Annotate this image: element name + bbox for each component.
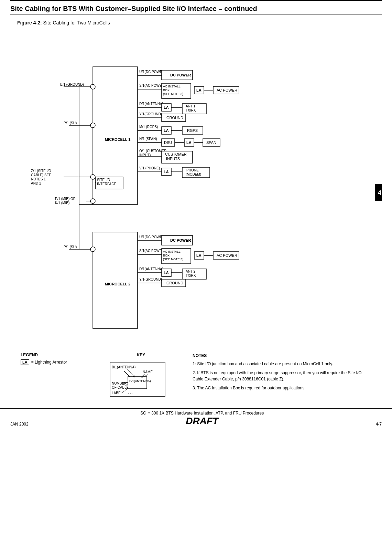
figure-caption: Figure 4-2: Site Cabling for Two MicroCe…	[17, 20, 382, 25]
d1-port-label-mc2: D/1(ANTENNA)	[139, 267, 163, 271]
la-box-mc2-ant: LA	[164, 271, 169, 275]
svg-text:B/1(ANTENNA): B/1(ANTENNA)	[129, 379, 151, 383]
key-diagram: B/1(ANTENNA) NAME NUMBER OF CABLES LABEL…	[103, 359, 172, 400]
la-legend-desc: = Lightning Arrestor	[31, 360, 67, 365]
p1-2-connector	[90, 247, 95, 252]
bottom-section: LEGEND LA = Lightning Arrestor KEY B/1(A…	[10, 353, 382, 401]
svg-text:(SEE NOTE 3): (SEE NOTE 3)	[163, 258, 183, 261]
e1-label: E/1 (MIB) OR	[55, 197, 76, 201]
legend-row: LA = Lightning Arrestor	[21, 359, 89, 365]
note1: 1: Site I/O junction box and associated …	[193, 361, 371, 367]
n1-port-label: N/1 (SPAN)	[139, 137, 157, 141]
notes-title: NOTES	[193, 353, 371, 359]
y1-port-label: Y/1(GROUND)	[139, 112, 162, 116]
svg-text:(MODEM): (MODEM)	[186, 172, 201, 176]
customer-inputs-box: CUSTOMER	[165, 152, 187, 156]
svg-text:INPUTS: INPUTS	[166, 157, 180, 161]
svg-text:CABLE) SEE: CABLE) SEE	[31, 173, 51, 177]
b1-label: B/1 (GROUND)	[60, 83, 84, 86]
page-footer: JAN 2002 SC™ 300 1X BTS Hardware Install…	[0, 408, 392, 428]
legend-title: LEGEND	[21, 353, 89, 357]
footer-page-num: 4-7	[376, 422, 382, 427]
svg-text:AND 2: AND 2	[31, 181, 41, 185]
dc-power-box-mc2: DC POWER	[170, 238, 191, 242]
la-box-mc2-ac: LA	[196, 253, 202, 258]
phone-modem-box: PHONE	[186, 168, 199, 172]
svg-text:(SEE NOTE 3): (SEE NOTE 3)	[163, 92, 183, 96]
ac-install-box-mc2: AC INSTALL	[163, 250, 181, 253]
span-box: SPAN	[206, 140, 216, 145]
title-suffix: – continued	[217, 5, 257, 12]
svg-rect-4	[93, 232, 138, 328]
ground-box-mc1: GROUND	[166, 116, 183, 120]
svg-text:K/1 (MIB): K/1 (MIB)	[55, 201, 69, 205]
p1-2-label: P/1 (SU)	[64, 245, 77, 249]
svg-text:INTERFACE: INTERFACE	[97, 182, 116, 186]
la-box-mc1-phone: LA	[164, 170, 169, 174]
d1-port-label: D/1(ANTENNA)	[139, 102, 163, 106]
key-title: KEY	[103, 353, 179, 357]
ac-power-box-mc1: AC POWER	[217, 88, 237, 92]
notes-area: NOTES 1: Site I/O junction box and assoc…	[193, 353, 371, 401]
ac-power-box-mc2: AC POWER	[217, 253, 237, 258]
svg-text:NOTES 1: NOTES 1	[31, 177, 46, 181]
microcell1-label: MICROCELL 1	[105, 137, 130, 141]
draft-label: DRAFT	[140, 416, 264, 427]
svg-text:BOX: BOX	[163, 88, 170, 92]
ac-install-box: AC INSTALL	[163, 85, 181, 88]
legend-area: LEGEND LA = Lightning Arrestor	[21, 353, 89, 401]
svg-text:LABEL: LABEL	[112, 391, 123, 395]
y1-port-label-mc2: Y/1(GROUND)	[139, 277, 162, 281]
svg-text:BOX: BOX	[163, 254, 170, 257]
z1-connector	[90, 175, 95, 179]
p1-label: P/1 (SU)	[64, 121, 77, 125]
m1-port-label: M/1 (RGPS)	[139, 125, 158, 129]
la-box-mc1-span: LA	[186, 140, 192, 145]
la-box-mc1-ant: LA	[164, 105, 169, 109]
page-title: Site Cabling for BTS With Customer–Suppl…	[10, 2, 382, 14]
la-legend-box: LA	[21, 359, 29, 365]
ant1-box: ANT 1	[186, 104, 196, 108]
note2: 2. If BTS is not equipped with the prima…	[193, 370, 371, 382]
svg-text:NAME: NAME	[143, 370, 153, 374]
figure-label: Figure 4-2:	[17, 20, 42, 25]
la-box-mc1-ac: LA	[196, 88, 202, 92]
note3: 3. The AC Installation Box is required f…	[193, 385, 371, 391]
microcell2-label: MICROCELL 2	[105, 282, 130, 286]
footer-date: JAN 2002	[10, 422, 29, 427]
svg-text:TX/RX: TX/RX	[186, 274, 196, 277]
dsu-box: DSU	[164, 140, 172, 145]
svg-text:SITE I/O: SITE I/O	[97, 178, 110, 182]
la-box-mc1-rgps: LA	[164, 128, 169, 133]
key-area: KEY B/1(ANTENNA) NAME NUMBER OF CABLES L…	[103, 353, 179, 401]
svg-text:B/1(ANTENNA): B/1(ANTENNA)	[112, 365, 135, 369]
p1-connector	[90, 123, 95, 128]
e1-connector	[90, 199, 95, 203]
tab-number: 4	[378, 189, 381, 196]
svg-text:INPUT): INPUT)	[139, 153, 151, 157]
main-diagram: MICROCELL 1 SITE I/O INTERFACE MICROCELL…	[10, 32, 382, 349]
z1-label: Z/1 (SITE I/O	[31, 169, 51, 173]
ground-box-mc2: GROUND	[166, 281, 183, 285]
b1-connector	[90, 84, 95, 89]
ant2-box: ANT 2	[186, 270, 196, 273]
v1-port-label: V/1 (PHONE)	[139, 166, 160, 170]
figure-desc: Site Cabling for Two MicroCells	[43, 20, 110, 25]
title-text: Site Cabling for BTS With Customer–Suppl…	[10, 5, 217, 12]
dc-power-box: DC POWER	[170, 73, 191, 77]
rgps-box: RGPS	[187, 128, 198, 133]
top-rule	[10, 0, 382, 1]
svg-text:TX/RX: TX/RX	[186, 108, 196, 112]
svg-text:NUMBER: NUMBER	[112, 381, 127, 385]
footer-center: SC™ 300 1X BTS Hardware Installation, AT…	[140, 411, 264, 416]
